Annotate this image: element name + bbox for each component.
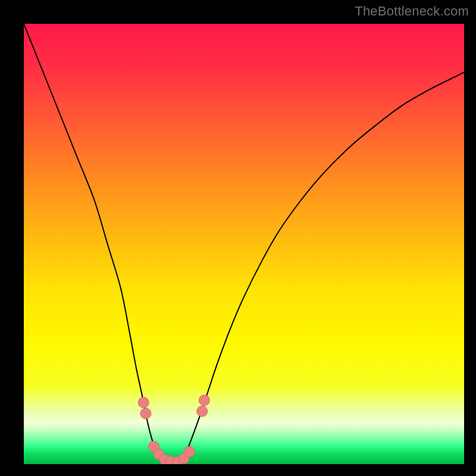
watermark-text: TheBottleneck.com xyxy=(355,4,469,19)
data-marker xyxy=(138,397,149,408)
chart-frame: TheBottleneck.com xyxy=(0,0,476,476)
bottleneck-curve xyxy=(24,24,464,464)
data-marker xyxy=(199,395,209,406)
plot-area xyxy=(24,24,464,464)
data-marker xyxy=(140,408,151,419)
data-marker xyxy=(184,446,195,457)
data-marker xyxy=(197,406,208,416)
chart-svg xyxy=(24,24,464,464)
